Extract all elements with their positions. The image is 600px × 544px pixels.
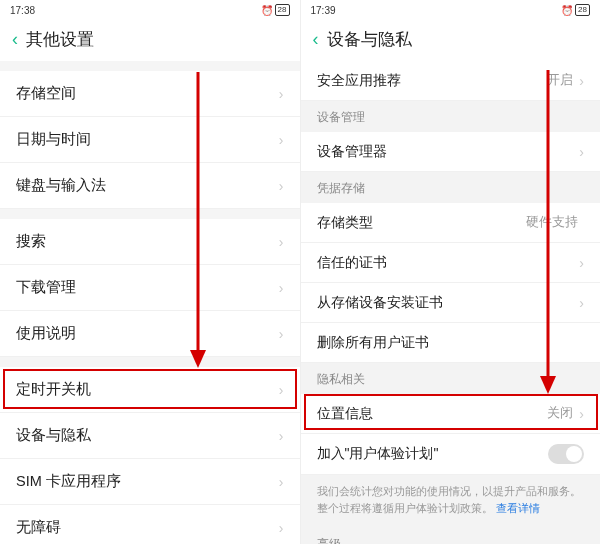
row-device-privacy[interactable]: 设备与隐私 › [0, 413, 300, 459]
row-label: 信任的证书 [317, 254, 387, 272]
row-value: 关闭 [547, 405, 573, 422]
chevron-right-icon: › [579, 295, 584, 311]
privacy-list: 安全应用推荐 开启 › 设备管理 设备管理器 › 凭据存储 存储类型 硬件支持 … [301, 61, 601, 544]
row-label: 删除所有用户证书 [317, 334, 429, 352]
row-label: 键盘与输入法 [16, 176, 106, 195]
row-clear-credentials[interactable]: 删除所有用户证书 [301, 323, 601, 363]
chevron-right-icon: › [279, 178, 284, 194]
row-sim-apps[interactable]: SIM 卡应用程序 › [0, 459, 300, 505]
status-bar: 17:38 ⏰ 28 [0, 0, 300, 20]
page-title: 其他设置 [26, 28, 94, 51]
chevron-right-icon: › [579, 144, 584, 160]
row-label: 安全应用推荐 [317, 72, 401, 90]
row-scheduled-power[interactable]: 定时开关机 › [0, 367, 300, 413]
row-label: 下载管理 [16, 278, 76, 297]
chevron-right-icon: › [279, 382, 284, 398]
ux-plan-toggle[interactable] [548, 444, 584, 464]
left-phone: 17:38 ⏰ 28 ‹ 其他设置 存储空间 › 日期与时间 › 键盘与输入法 … [0, 0, 300, 544]
row-label: 定时开关机 [16, 380, 91, 399]
row-label: 设备与隐私 [16, 426, 91, 445]
battery-icon: 28 [275, 4, 290, 16]
header: ‹ 设备与隐私 [301, 20, 601, 61]
row-ux-plan[interactable]: 加入"用户体验计划" [301, 434, 601, 475]
row-safe-app[interactable]: 安全应用推荐 开启 › [301, 61, 601, 101]
right-phone: 17:39 ⏰ 28 ‹ 设备与隐私 安全应用推荐 开启 › 设备管理 设备管理… [300, 0, 601, 544]
ux-desc-text: 我们会统计您对功能的使用情况，以提升产品和服务。整个过程将遵循用户体验计划政策。 [317, 485, 581, 514]
row-label: 使用说明 [16, 324, 76, 343]
row-keyboard[interactable]: 键盘与输入法 › [0, 163, 300, 209]
row-help[interactable]: 使用说明 › [0, 311, 300, 357]
row-location[interactable]: 位置信息 关闭 › [301, 394, 601, 434]
chevron-right-icon: › [279, 474, 284, 490]
battery-icon: 28 [575, 4, 590, 16]
chevron-right-icon: › [279, 132, 284, 148]
row-accessibility[interactable]: 无障碍 › [0, 505, 300, 544]
page-title: 设备与隐私 [327, 28, 412, 51]
row-label: 存储空间 [16, 84, 76, 103]
header: ‹ 其他设置 [0, 20, 300, 61]
row-label: SIM 卡应用程序 [16, 472, 121, 491]
row-datetime[interactable]: 日期与时间 › [0, 117, 300, 163]
chevron-right-icon: › [279, 86, 284, 102]
ux-plan-description: 我们会统计您对功能的使用情况，以提升产品和服务。整个过程将遵循用户体验计划政策。… [301, 475, 601, 528]
status-right: ⏰ 28 [261, 4, 290, 16]
settings-list: 存储空间 › 日期与时间 › 键盘与输入法 › 搜索 › 下载管理 › 使用说明… [0, 61, 300, 544]
chevron-right-icon: › [279, 280, 284, 296]
row-value: 开启 [547, 72, 573, 89]
alarm-icon: ⏰ [561, 5, 573, 16]
chevron-right-icon: › [579, 73, 584, 89]
row-label: 加入"用户体验计划" [317, 445, 439, 463]
row-device-admin[interactable]: 设备管理器 › [301, 132, 601, 172]
row-install-from-storage[interactable]: 从存储设备安装证书 › [301, 283, 601, 323]
row-label: 位置信息 [317, 405, 373, 423]
status-time: 17:39 [311, 5, 336, 16]
row-label: 搜索 [16, 232, 46, 251]
chevron-right-icon: › [579, 255, 584, 271]
section-advanced: 高级 [301, 528, 601, 544]
status-time: 17:38 [10, 5, 35, 16]
row-label: 从存储设备安装证书 [317, 294, 443, 312]
ux-detail-link[interactable]: 查看详情 [496, 502, 540, 514]
section-device-mgmt: 设备管理 [301, 101, 601, 132]
chevron-right-icon: › [279, 326, 284, 342]
row-storage-type[interactable]: 存储类型 硬件支持 [301, 203, 601, 243]
row-label: 存储类型 [317, 214, 373, 232]
section-credential-storage: 凭据存储 [301, 172, 601, 203]
section-privacy: 隐私相关 [301, 363, 601, 394]
chevron-right-icon: › [579, 406, 584, 422]
row-label: 日期与时间 [16, 130, 91, 149]
back-icon[interactable]: ‹ [12, 29, 18, 50]
chevron-right-icon: › [279, 428, 284, 444]
row-trusted-credentials[interactable]: 信任的证书 › [301, 243, 601, 283]
row-download[interactable]: 下载管理 › [0, 265, 300, 311]
chevron-right-icon: › [279, 520, 284, 536]
back-icon[interactable]: ‹ [313, 29, 319, 50]
row-value: 硬件支持 [526, 214, 578, 231]
alarm-icon: ⏰ [261, 5, 273, 16]
status-right: ⏰ 28 [561, 4, 590, 16]
row-label: 无障碍 [16, 518, 61, 537]
status-bar: 17:39 ⏰ 28 [301, 0, 601, 20]
row-search[interactable]: 搜索 › [0, 219, 300, 265]
row-label: 设备管理器 [317, 143, 387, 161]
row-storage[interactable]: 存储空间 › [0, 71, 300, 117]
chevron-right-icon: › [279, 234, 284, 250]
